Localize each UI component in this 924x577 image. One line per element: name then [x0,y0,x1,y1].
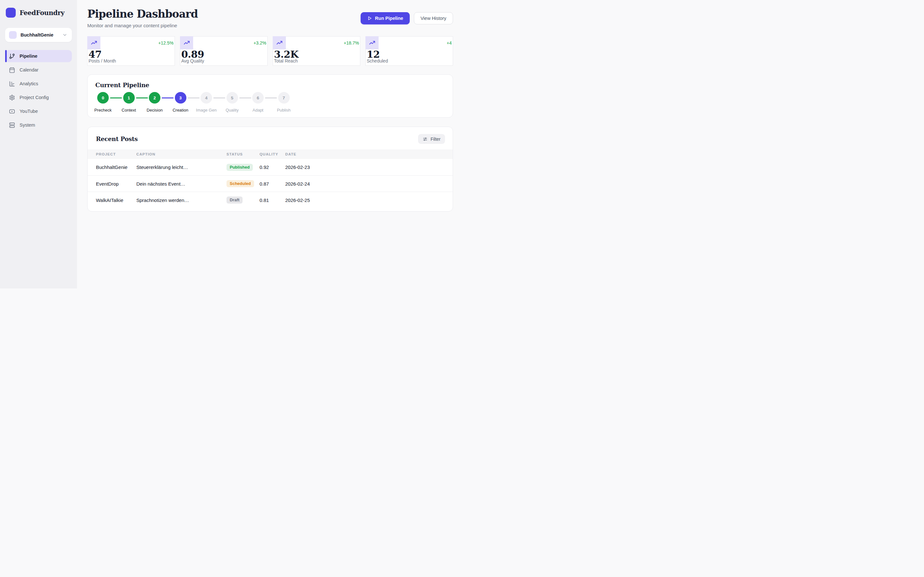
cell-project: BuchhaltGenie [96,164,136,170]
active-indicator [5,50,7,62]
pipeline-step: 6 Adapt [245,92,271,113]
sidebar-item-pipeline[interactable]: Pipeline [5,50,72,62]
status-badge: Published [226,164,253,171]
cell-caption: Sprachnotizen werden… [136,197,226,203]
step-number: 6 [252,92,264,103]
filter-button[interactable]: Filter [418,134,445,144]
page-title: Pipeline Dashboard [87,8,198,20]
bar-chart-icon [9,81,15,87]
view-history-button[interactable]: View History [414,12,453,24]
stat-delta: +4 [447,40,452,45]
pipeline-steps: 0 Precheck 1 Context 2 Decision 3 Creati… [95,92,445,115]
run-pipeline-label: Run Pipeline [375,16,403,21]
cell-caption: Dein nächstes Event… [136,181,226,187]
cell-quality: 0.87 [260,181,285,187]
pipeline-step: 5 Quality [220,92,245,113]
step-number: 3 [175,92,186,103]
column-header-date: DATE [285,152,445,156]
step-label: Context [121,108,136,113]
stat-delta: +18.7% [344,40,359,45]
step-label: Quality [226,108,238,113]
stat-card: +18.7% 3.2K Total Reach [273,36,360,66]
project-selector[interactable]: BuchhaltGenie [5,28,72,42]
recent-posts-title: Recent Posts [96,135,137,142]
table-row[interactable]: BuchhaltGenie Steuererklärung leicht… Pu… [87,159,453,175]
run-pipeline-button[interactable]: Run Pipeline [360,12,410,24]
cell-caption: Steuererklärung leicht… [136,164,226,170]
cell-project: WalkAITalkie [96,197,136,203]
youtube-icon [9,108,15,114]
status-badge: Draft [226,197,242,203]
sidebar-nav: Pipeline Calendar Analytics Project Conf… [5,50,72,131]
git-branch-icon [9,53,15,59]
stats-row: +12.5% 47 Posts / Month +3.2% 0.89 Avg Q… [87,36,453,66]
chevron-down-icon [62,32,67,37]
current-pipeline-panel: Current Pipeline 0 Precheck 1 Context 2 … [87,74,453,118]
app-logo-icon [6,8,16,18]
gear-icon [9,95,15,101]
sidebar-item-system[interactable]: System [5,119,72,131]
column-header-caption: CAPTION [136,152,226,156]
project-avatar [9,31,17,39]
step-label: Decision [147,108,163,113]
stat-card: +4 12 Scheduled [365,36,453,66]
pipeline-step: 4 Image Gen [194,92,219,113]
stat-label: Total Reach [274,58,298,63]
app-name: FeedFoundry [19,9,65,17]
step-number: 0 [97,92,109,103]
step-label: Precheck [94,108,111,113]
stat-delta: +3.2% [254,40,266,45]
stat-value: 0.89 [181,50,204,59]
trending-up-icon [365,36,379,49]
trending-up-icon [273,36,286,49]
main-area: Pipeline Dashboard Monitor and manage yo… [77,0,462,288]
pipeline-step: 7 Publish [271,92,297,113]
stat-value: 47 [89,50,102,59]
page-subtitle: Monitor and manage your content pipeline [87,23,198,28]
stat-card: +12.5% 47 Posts / Month [87,36,175,66]
stat-label: Avg Quality [181,58,204,63]
pipeline-step: 3 Creation [168,92,194,113]
sidebar-item-calendar[interactable]: Calendar [5,64,72,76]
server-icon [9,122,15,128]
stat-label: Scheduled [367,58,388,63]
step-number: 7 [278,92,290,103]
pipeline-panel-title: Current Pipeline [95,82,445,89]
pipeline-step: 2 Decision [142,92,168,113]
cell-date: 2026-02-23 [285,164,445,170]
step-number: 2 [149,92,160,103]
sidebar-item-label: Analytics [19,81,38,86]
sidebar-item-label: YouTube [19,109,38,114]
sidebar-item-label: Calendar [19,67,39,73]
cell-date: 2026-02-25 [285,197,445,203]
project-name: BuchhaltGenie [21,32,58,37]
step-label: Creation [173,108,188,113]
cell-date: 2026-02-24 [285,181,445,187]
sidebar-item-label: Project Config [19,95,49,100]
play-icon [367,16,372,21]
table-row[interactable]: EventDrop Dein nächstes Event… Scheduled… [87,175,453,192]
status-badge: Scheduled [226,180,254,187]
app-logo: FeedFoundry [5,8,72,18]
stat-delta: +12.5% [158,40,174,45]
stat-value: 3.2K [274,50,298,59]
table-body: BuchhaltGenie Steuererklärung leicht… Pu… [87,159,453,208]
sidebar-item-project-config[interactable]: Project Config [5,91,72,103]
table-row[interactable]: WalkAITalkie Sprachnotizen werden… Draft… [87,192,453,208]
view-history-label: View History [421,16,446,21]
column-header-quality: QUALITY [260,152,285,156]
sidebar-item-youtube[interactable]: YouTube [5,105,72,117]
sidebar-item-label: Pipeline [19,53,37,59]
cell-quality: 0.81 [260,197,285,203]
step-number: 5 [226,92,238,103]
trending-up-icon [180,36,193,49]
recent-posts-panel: Recent Posts Filter PROJECT CAPTION STAT… [87,127,453,211]
sidebar-item-analytics[interactable]: Analytics [5,77,72,90]
trending-up-icon [87,36,100,49]
filter-label: Filter [431,137,441,142]
pipeline-step: 1 Context [116,92,142,113]
sliders-icon [423,137,428,142]
step-number: 4 [200,92,212,103]
sidebar: FeedFoundry BuchhaltGenie Pipeline Calen… [0,0,77,288]
step-number: 1 [123,92,135,103]
